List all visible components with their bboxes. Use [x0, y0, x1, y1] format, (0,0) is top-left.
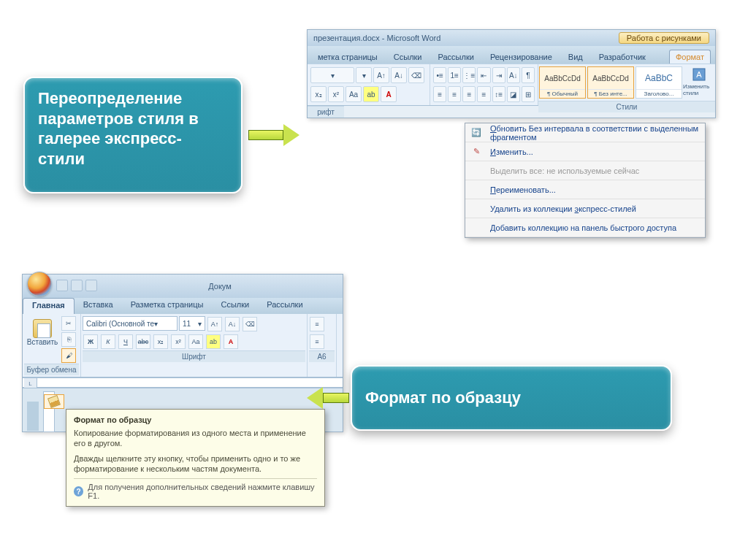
menu-update-style[interactable]: 🔄 Обновить Без интервала в соответствии … [465, 123, 705, 142]
para-button[interactable]: ≡ [310, 334, 324, 349]
vertical-ruler [27, 402, 39, 431]
copy-button[interactable]: ⎘ [61, 332, 76, 347]
align-center-button[interactable]: ≡ [448, 86, 461, 102]
tab-selector[interactable]: L [24, 378, 37, 388]
tab-page-layout[interactable]: метка страницы [312, 50, 383, 64]
tooltip-help: ? Для получения дополнительных сведений … [74, 478, 317, 500]
brush-icon [47, 395, 61, 408]
menu-remove-from-gallery[interactable]: Удалить из коллекции экспресс-стилей [465, 199, 705, 218]
shading-button[interactable]: ◪ [507, 86, 520, 102]
tooltip-title: Формат по образцу [74, 415, 317, 424]
format-painter-button[interactable]: 🖌 [61, 348, 76, 363]
superscript-button[interactable]: x² [328, 86, 344, 102]
sort-button[interactable]: A↓ [507, 67, 520, 83]
office-button[interactable] [27, 272, 52, 296]
font-group-label: рифт [308, 106, 344, 118]
shrink-font-button[interactable]: A↓ [225, 317, 240, 331]
align-left-button[interactable]: ≡ [433, 86, 446, 102]
cut-button[interactable]: ✂ [61, 316, 76, 331]
grow-font-button[interactable]: A↑ [373, 67, 389, 83]
subscript-button[interactable]: x₂ [153, 334, 168, 349]
multilevel-button[interactable]: ⋮≡ [462, 67, 476, 83]
tab-review[interactable]: Рецензирование [484, 50, 558, 64]
document-name: Докум [97, 282, 343, 291]
menu-add-to-qat[interactable]: Добавить коллекцию на панель быстрого до… [465, 218, 705, 237]
style-no-spacing[interactable]: AaBbCcDd ¶ Без инте... [587, 66, 634, 99]
italic-button[interactable]: К [101, 334, 115, 349]
title-bar: презентация.docx - Microsoft Word Работа… [308, 30, 715, 46]
align-button[interactable]: ≡ [310, 317, 324, 331]
format-painter-hover[interactable] [44, 394, 64, 409]
align-right-button[interactable]: ≡ [462, 86, 476, 102]
decrease-indent-button[interactable]: ⇤ [477, 67, 490, 83]
bold-button[interactable]: Ж [83, 334, 98, 349]
highlight-button[interactable]: ab [363, 86, 379, 102]
strikethrough-button[interactable]: abc [136, 334, 150, 349]
change-case-button[interactable]: Aa [188, 334, 203, 349]
font-combo[interactable]: ▾ [310, 67, 354, 83]
ribbon: ▾ ▾ A↑ A↓ ⌫ x₂ x² Aa ab A •≡ 1≡ ⋮≡ ⇤ ⇥ A… [308, 64, 715, 106]
contextual-tab-title: Работа с рисунками [619, 32, 709, 44]
qat-save-button[interactable] [56, 280, 68, 291]
grow-font-button[interactable]: A↑ [207, 317, 222, 331]
tab-insert[interactable]: Вставка [75, 298, 122, 314]
ribbon-tabs: метка страницы Ссылки Рассылки Рецензиро… [308, 46, 715, 64]
tab-format[interactable]: Формат [669, 50, 711, 64]
borders-button[interactable]: ⊞ [522, 86, 535, 102]
menu-modify[interactable]: ✎ Изменить... [465, 142, 705, 161]
tab-mailings[interactable]: Рассылки [432, 50, 480, 64]
font-name-combo[interactable]: Calibri (Основной те ▾ [83, 316, 178, 331]
edit-icon: ✎ [470, 145, 483, 158]
styles-group-label: Стили [538, 101, 715, 112]
ribbon: Вставить ✂ ⎘ 🖌 Буфер обмена Calibri (Осн… [23, 314, 343, 377]
underline-button[interactable]: Ч [118, 334, 133, 349]
subscript-button[interactable]: x₂ [310, 86, 327, 102]
font-size-combo[interactable]: ▾ [356, 67, 372, 83]
callout-format-painter: Формат по образцу [351, 365, 672, 431]
format-painter-tooltip: Формат по образцу Копирование форматиров… [66, 409, 325, 507]
title-bar: Докум [23, 275, 343, 298]
clipboard-group-label: Буфер обмена [24, 364, 79, 375]
callout-text: Формат по образцу [365, 388, 521, 408]
tab-references[interactable]: Ссылки [388, 50, 428, 64]
tab-home[interactable]: Главная [23, 298, 75, 314]
style-normal[interactable]: AaBbCcDd ¶ Обычный [539, 66, 586, 99]
font-color-button[interactable]: A [224, 334, 238, 349]
help-icon: ? [74, 486, 83, 496]
numbering-button[interactable]: 1≡ [448, 67, 461, 83]
paste-button[interactable]: Вставить [24, 315, 61, 349]
tab-developer[interactable]: Разработчик [593, 50, 652, 64]
svg-text:A: A [696, 70, 702, 79]
font-size-combo[interactable]: 11 ▾ [179, 316, 205, 331]
ruler[interactable]: L [23, 377, 343, 388]
clear-format-button[interactable]: ⌫ [243, 317, 257, 331]
paste-icon [33, 319, 52, 338]
change-styles-icon: A [692, 67, 706, 82]
window-title: презентация.docx - Microsoft Word [313, 34, 440, 42]
tab-references[interactable]: Ссылки [212, 298, 258, 314]
menu-rename[interactable]: Переименовать... [465, 180, 705, 199]
quick-access-toolbar [56, 277, 97, 294]
change-case-button[interactable]: Aa [346, 86, 362, 102]
tab-mailings[interactable]: Рассылки [258, 298, 311, 314]
qat-undo-button[interactable] [71, 280, 83, 291]
tab-page-layout[interactable]: Разметка страницы [122, 298, 213, 314]
shrink-font-button[interactable]: A↓ [391, 67, 407, 83]
paragraph-marks-button[interactable]: ¶ [522, 67, 535, 83]
font-color-button[interactable]: A [381, 86, 397, 102]
tooltip-body-2: Дважды щелкните эту кнопку, чтобы примен… [74, 453, 317, 475]
bullets-button[interactable]: •≡ [433, 67, 446, 83]
change-styles-button[interactable]: A Изменить стили [683, 64, 715, 99]
clear-format-button[interactable]: ⌫ [408, 67, 424, 83]
style-heading[interactable]: AaBbC Заголово... [636, 66, 682, 99]
tooltip-body-1: Копирование форматирования из одного мес… [74, 428, 317, 449]
superscript-button[interactable]: x² [171, 334, 186, 349]
tab-view[interactable]: Вид [562, 50, 589, 64]
increase-indent-button[interactable]: ⇥ [492, 67, 505, 83]
qat-redo-button[interactable] [85, 280, 97, 291]
justify-button[interactable]: ≡ [477, 86, 490, 102]
para-indicator: А6 [309, 350, 335, 362]
highlight-button[interactable]: ab [206, 334, 221, 349]
line-spacing-button[interactable]: ↕≡ [492, 86, 505, 102]
word-screenshot-top: презентация.docx - Microsoft Word Работа… [307, 29, 716, 118]
